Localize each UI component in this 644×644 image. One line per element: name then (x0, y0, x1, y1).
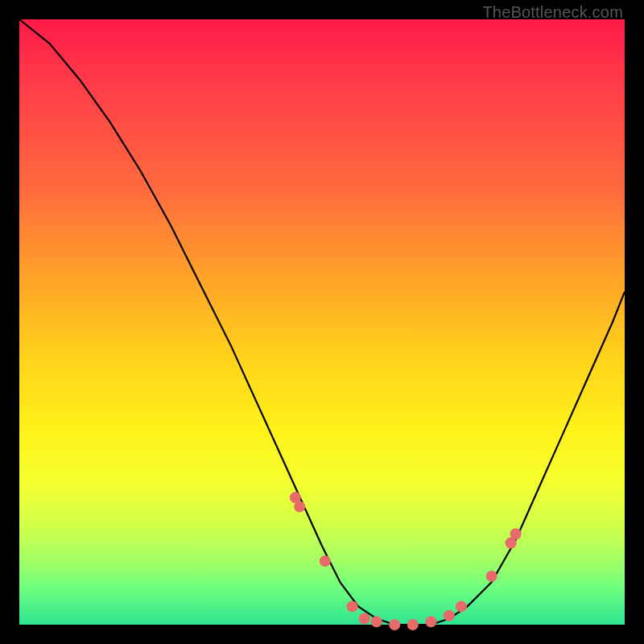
bottleneck-curve (19, 19, 625, 625)
curve-marker (510, 528, 522, 539)
curve-marker (389, 619, 400, 630)
chart-frame: TheBottleneck.com (0, 0, 644, 644)
curve-marker (486, 571, 497, 582)
watermark-text: TheBottleneck.com (482, 3, 623, 22)
curve-marker (320, 555, 331, 567)
curve-marker (407, 619, 419, 630)
chart-svg (19, 19, 625, 625)
curve-marker (456, 601, 467, 612)
curve-markers (290, 492, 522, 630)
curve-marker (347, 601, 358, 612)
curve-marker (294, 501, 305, 512)
curve-marker (444, 610, 455, 621)
curve-marker (359, 613, 370, 625)
curve-marker (371, 616, 382, 627)
plot-area (19, 19, 625, 625)
curve-marker (425, 616, 436, 627)
